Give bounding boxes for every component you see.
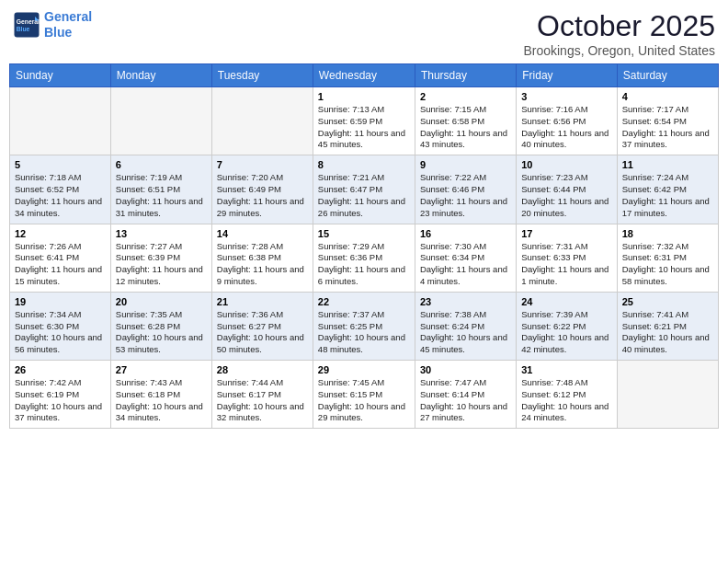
day-content: Sunrise: 7:34 AM Sunset: 6:30 PM Dayligh… — [15, 309, 106, 356]
day-number: 1 — [318, 91, 410, 102]
calendar-cell: 26Sunrise: 7:42 AM Sunset: 6:19 PM Dayli… — [10, 361, 111, 429]
calendar-cell: 18Sunrise: 7:32 AM Sunset: 6:31 PM Dayli… — [617, 224, 718, 292]
day-content: Sunrise: 7:48 AM Sunset: 6:12 PM Dayligh… — [521, 377, 612, 424]
day-number: 3 — [521, 91, 612, 102]
day-content: Sunrise: 7:47 AM Sunset: 6:14 PM Dayligh… — [420, 377, 511, 424]
calendar-cell: 13Sunrise: 7:27 AM Sunset: 6:39 PM Dayli… — [110, 224, 211, 292]
day-content: Sunrise: 7:31 AM Sunset: 6:33 PM Dayligh… — [521, 241, 612, 288]
calendar-cell — [10, 87, 111, 155]
day-number: 19 — [15, 296, 106, 307]
calendar-week-2: 5Sunrise: 7:18 AM Sunset: 6:52 PM Daylig… — [10, 155, 719, 224]
day-header-wednesday: Wednesday — [313, 64, 415, 87]
day-content: Sunrise: 7:41 AM Sunset: 6:21 PM Dayligh… — [622, 309, 713, 356]
day-content: Sunrise: 7:13 AM Sunset: 6:59 PM Dayligh… — [318, 104, 410, 151]
calendar-cell — [110, 87, 211, 155]
day-content: Sunrise: 7:21 AM Sunset: 6:47 PM Dayligh… — [318, 172, 410, 219]
day-header-monday: Monday — [110, 64, 211, 87]
logo-icon: General Blue — [13, 11, 40, 39]
day-content: Sunrise: 7:42 AM Sunset: 6:19 PM Dayligh… — [15, 377, 106, 424]
calendar-cell: 22Sunrise: 7:37 AM Sunset: 6:25 PM Dayli… — [313, 292, 415, 360]
day-content: Sunrise: 7:19 AM Sunset: 6:51 PM Dayligh… — [116, 172, 207, 219]
calendar-header-row: SundayMondayTuesdayWednesdayThursdayFrid… — [10, 64, 719, 87]
day-header-sunday: Sunday — [10, 64, 111, 87]
day-number: 14 — [217, 228, 308, 239]
day-content: Sunrise: 7:15 AM Sunset: 6:58 PM Dayligh… — [420, 104, 511, 151]
day-header-thursday: Thursday — [415, 64, 516, 87]
calendar-cell: 6Sunrise: 7:19 AM Sunset: 6:51 PM Daylig… — [110, 155, 211, 224]
day-number: 6 — [116, 159, 207, 170]
day-content: Sunrise: 7:37 AM Sunset: 6:25 PM Dayligh… — [318, 309, 410, 356]
day-number: 12 — [15, 228, 106, 239]
day-number: 17 — [521, 228, 612, 239]
day-number: 5 — [15, 159, 106, 170]
day-content: Sunrise: 7:35 AM Sunset: 6:28 PM Dayligh… — [116, 309, 207, 356]
day-header-friday: Friday — [517, 64, 618, 87]
calendar-cell: 14Sunrise: 7:28 AM Sunset: 6:38 PM Dayli… — [211, 224, 313, 292]
day-content: Sunrise: 7:24 AM Sunset: 6:42 PM Dayligh… — [622, 172, 713, 219]
calendar-cell: 23Sunrise: 7:38 AM Sunset: 6:24 PM Dayli… — [415, 292, 516, 360]
calendar-cell: 12Sunrise: 7:26 AM Sunset: 6:41 PM Dayli… — [10, 224, 111, 292]
day-number: 27 — [116, 364, 207, 375]
calendar-cell: 24Sunrise: 7:39 AM Sunset: 6:22 PM Dayli… — [517, 292, 618, 360]
calendar-cell: 31Sunrise: 7:48 AM Sunset: 6:12 PM Dayli… — [517, 361, 618, 429]
svg-rect-0 — [15, 12, 40, 37]
day-content: Sunrise: 7:28 AM Sunset: 6:38 PM Dayligh… — [217, 241, 308, 288]
calendar-cell: 29Sunrise: 7:45 AM Sunset: 6:15 PM Dayli… — [313, 361, 415, 429]
calendar-cell: 8Sunrise: 7:21 AM Sunset: 6:47 PM Daylig… — [313, 155, 415, 224]
day-content: Sunrise: 7:45 AM Sunset: 6:15 PM Dayligh… — [318, 377, 410, 424]
calendar-cell: 27Sunrise: 7:43 AM Sunset: 6:18 PM Dayli… — [110, 361, 211, 429]
day-number: 28 — [217, 364, 308, 375]
calendar-cell: 3Sunrise: 7:16 AM Sunset: 6:56 PM Daylig… — [517, 87, 618, 155]
calendar-week-5: 26Sunrise: 7:42 AM Sunset: 6:19 PM Dayli… — [10, 361, 719, 429]
calendar-week-1: 1Sunrise: 7:13 AM Sunset: 6:59 PM Daylig… — [10, 87, 719, 155]
calendar-cell: 17Sunrise: 7:31 AM Sunset: 6:33 PM Dayli… — [517, 224, 618, 292]
calendar-cell: 10Sunrise: 7:23 AM Sunset: 6:44 PM Dayli… — [517, 155, 618, 224]
day-number: 2 — [420, 91, 511, 102]
calendar-cell: 2Sunrise: 7:15 AM Sunset: 6:58 PM Daylig… — [415, 87, 516, 155]
day-header-tuesday: Tuesday — [211, 64, 313, 87]
calendar-cell: 20Sunrise: 7:35 AM Sunset: 6:28 PM Dayli… — [110, 292, 211, 360]
month-title: October 2025 — [523, 9, 715, 43]
day-number: 20 — [116, 296, 207, 307]
day-number: 31 — [521, 364, 612, 375]
calendar-cell: 19Sunrise: 7:34 AM Sunset: 6:30 PM Dayli… — [10, 292, 111, 360]
calendar-cell: 7Sunrise: 7:20 AM Sunset: 6:49 PM Daylig… — [211, 155, 313, 224]
day-number: 7 — [217, 159, 308, 170]
day-number: 25 — [622, 296, 713, 307]
day-content: Sunrise: 7:43 AM Sunset: 6:18 PM Dayligh… — [116, 377, 207, 424]
calendar-cell: 4Sunrise: 7:17 AM Sunset: 6:54 PM Daylig… — [617, 87, 718, 155]
day-content: Sunrise: 7:17 AM Sunset: 6:54 PM Dayligh… — [622, 104, 713, 151]
day-content: Sunrise: 7:22 AM Sunset: 6:46 PM Dayligh… — [420, 172, 511, 219]
day-number: 24 — [521, 296, 612, 307]
day-content: Sunrise: 7:36 AM Sunset: 6:27 PM Dayligh… — [217, 309, 308, 356]
location: Brookings, Oregon, United States — [523, 43, 715, 58]
day-number: 23 — [420, 296, 511, 307]
calendar-table: SundayMondayTuesdayWednesdayThursdayFrid… — [9, 63, 719, 429]
day-content: Sunrise: 7:27 AM Sunset: 6:39 PM Dayligh… — [116, 241, 207, 288]
logo-text: General Blue — [44, 9, 92, 40]
day-number: 15 — [318, 228, 410, 239]
day-number: 11 — [622, 159, 713, 170]
day-number: 10 — [521, 159, 612, 170]
calendar-cell: 5Sunrise: 7:18 AM Sunset: 6:52 PM Daylig… — [10, 155, 111, 224]
day-content: Sunrise: 7:20 AM Sunset: 6:49 PM Dayligh… — [217, 172, 308, 219]
day-content: Sunrise: 7:39 AM Sunset: 6:22 PM Dayligh… — [521, 309, 612, 356]
calendar-cell: 25Sunrise: 7:41 AM Sunset: 6:21 PM Dayli… — [617, 292, 718, 360]
calendar-cell: 28Sunrise: 7:44 AM Sunset: 6:17 PM Dayli… — [211, 361, 313, 429]
day-content: Sunrise: 7:38 AM Sunset: 6:24 PM Dayligh… — [420, 309, 511, 356]
calendar-cell — [617, 361, 718, 429]
day-number: 13 — [116, 228, 207, 239]
day-content: Sunrise: 7:32 AM Sunset: 6:31 PM Dayligh… — [622, 241, 713, 288]
svg-text:Blue: Blue — [17, 26, 30, 32]
day-number: 4 — [622, 91, 713, 102]
day-number: 26 — [15, 364, 106, 375]
day-content: Sunrise: 7:23 AM Sunset: 6:44 PM Dayligh… — [521, 172, 612, 219]
day-content: Sunrise: 7:26 AM Sunset: 6:41 PM Dayligh… — [15, 241, 106, 288]
day-number: 29 — [318, 364, 410, 375]
day-header-saturday: Saturday — [617, 64, 718, 87]
calendar-cell: 11Sunrise: 7:24 AM Sunset: 6:42 PM Dayli… — [617, 155, 718, 224]
calendar-week-4: 19Sunrise: 7:34 AM Sunset: 6:30 PM Dayli… — [10, 292, 719, 360]
day-content: Sunrise: 7:18 AM Sunset: 6:52 PM Dayligh… — [15, 172, 106, 219]
day-number: 9 — [420, 159, 511, 170]
day-content: Sunrise: 7:16 AM Sunset: 6:56 PM Dayligh… — [521, 104, 612, 151]
